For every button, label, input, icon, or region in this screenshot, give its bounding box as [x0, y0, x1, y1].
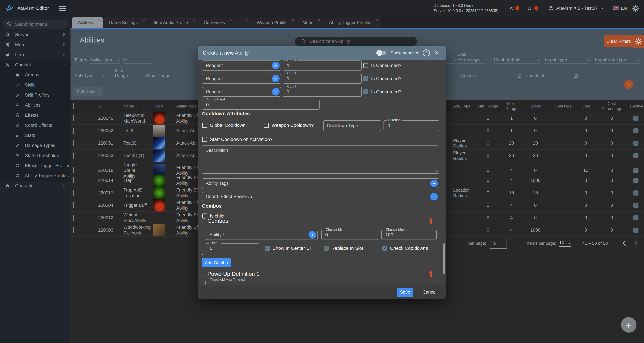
set-page-input[interactable]: 5 [490, 238, 507, 249]
ability-tags-field[interactable]: Ability Tags + [202, 178, 439, 188]
filter-combat-state[interactable]: Combat State▾ [494, 55, 540, 64]
filter-max-range-operator[interactable]: =▾ [139, 71, 147, 80]
is-active-checkbox[interactable] [634, 215, 638, 220]
filter-update-at[interactable]: Update at [525, 71, 578, 80]
description-textarea[interactable]: Description [202, 145, 439, 174]
save-button[interactable]: Save [396, 288, 414, 297]
is-consumed-checkbox[interactable] [363, 76, 368, 81]
add-combo-ability-button[interactable]: + [308, 231, 316, 239]
tab-ability-trigger-profiles[interactable]: Ability Trigger Profiles× [324, 17, 381, 28]
is-active-checkbox[interactable] [634, 190, 638, 196]
help-icon[interactable]: ? [423, 49, 430, 57]
show-popover-toggle[interactable] [377, 51, 386, 55]
threshold-max-time-field[interactable]: Threshold Max Time (s) [206, 280, 436, 285]
language-select[interactable]: EN [610, 6, 632, 11]
close-icon[interactable]: × [376, 18, 379, 23]
col-header-cost-percentage[interactable]: Cost Percentage [596, 101, 628, 111]
filter-ability-type[interactable]: Ability Type▾ [90, 55, 120, 64]
global-cooldown-checkbox[interactable] [202, 123, 207, 128]
reagent-field[interactable]: Reagent + [202, 61, 281, 71]
filter-aoe-type[interactable]: AoE Type▾ [75, 71, 104, 80]
sidebar-item-server[interactable]: Server [0, 30, 70, 40]
filter-skill[interactable]: Skill [122, 55, 152, 64]
table-settings-button[interactable] [633, 35, 644, 48]
server-select-menu[interactable]: Atavism X.9 - Test07 [542, 5, 610, 11]
sidebar-item-stats-thresholds[interactable]: Stats Thresholds [0, 151, 70, 161]
start-cooldown-checkbox[interactable] [202, 137, 207, 142]
is-active-checkbox[interactable] [634, 168, 638, 173]
add-ability-tag-button[interactable]: + [430, 180, 438, 187]
sidebar-item-item[interactable]: Item [0, 50, 70, 60]
sidebar-item-ability-trigger-profiles[interactable]: Ability Trigger Profiles [0, 171, 70, 181]
col-header-id[interactable]: ID [91, 104, 118, 109]
coord-effect-powerup-field[interactable]: Coord. Effect PowerUp + [202, 192, 439, 201]
add-reagent-button[interactable]: + [272, 88, 280, 96]
close-icon[interactable]: × [246, 18, 248, 23]
select-all-checkbox[interactable] [73, 103, 74, 109]
row-checkbox[interactable] [73, 190, 74, 196]
replace-in-slot-checkbox[interactable] [324, 246, 329, 251]
cooldown-type-field[interactable]: Cooldown Type [323, 120, 381, 131]
row-checkbox[interactable] [73, 202, 74, 208]
previous-page-button[interactable] [622, 240, 626, 246]
col-header-aoe-type[interactable]: AoE Type [452, 104, 477, 109]
sidebar-item-combat[interactable]: Combat [0, 60, 70, 70]
combo-ability-field[interactable]: Ability * + [206, 230, 318, 240]
is-active-checkbox[interactable] [634, 116, 638, 121]
row-checkbox[interactable] [73, 167, 74, 173]
delete-powerup-button[interactable] [427, 271, 435, 277]
row-checkbox[interactable] [73, 153, 74, 159]
check-cooldowns-checkbox[interactable] [382, 246, 387, 251]
menu-icon[interactable] [59, 6, 66, 11]
col-header-name[interactable]: Name↑ [118, 104, 147, 109]
weapon-cooldown-option[interactable]: Weapon Cooldown? [264, 123, 314, 128]
tab-currencies[interactable]: Currencies× [198, 17, 235, 28]
cancel-button[interactable]: Cancel [422, 289, 436, 295]
close-icon[interactable]: × [434, 49, 439, 57]
is-consumed-checkbox[interactable] [363, 89, 368, 94]
global-cooldown-option[interactable]: Global Cooldown? [202, 123, 248, 128]
chance-max-field[interactable]: Chance Max *100 [381, 230, 437, 240]
sidebar-item-mob[interactable]: Mob [0, 40, 70, 50]
filter-cost-pct-operator[interactable]: ▾ [445, 55, 455, 64]
col-header-is-active[interactable]: Is Active [628, 104, 644, 109]
reagent-field[interactable]: Reagent + [202, 87, 281, 97]
is-consumed-checkbox[interactable] [363, 63, 368, 68]
add-combo-button[interactable]: Add Combo [202, 258, 230, 267]
duration-field[interactable]: Duration0 [384, 120, 439, 131]
next-page-button[interactable] [634, 240, 638, 246]
col-header-cost-type[interactable]: Cost type [547, 104, 576, 109]
items-per-page-select[interactable]: 10▾ [559, 240, 571, 247]
close-icon[interactable]: × [230, 18, 232, 23]
col-header-max-range[interactable]: Max. Range [499, 101, 524, 111]
scroll-down-button[interactable] [624, 80, 633, 89]
sidebar-item-skills[interactable]: Skills [0, 80, 70, 90]
filter-max-range[interactable]: Max. Range [147, 71, 197, 80]
add-ability-button[interactable]: + [621, 317, 636, 332]
reagent-field[interactable]: Reagent + [202, 74, 281, 84]
sidebar-item-arenas[interactable]: Arenas [0, 70, 70, 80]
is-active-checkbox[interactable] [634, 178, 638, 183]
is-active-checkbox[interactable] [634, 203, 638, 208]
col-header-speed[interactable]: Speed [524, 104, 547, 109]
count-field[interactable]: Count1 [283, 87, 362, 97]
is-active-checkbox[interactable] [634, 228, 638, 233]
bulk-actions-button[interactable]: Bulk Actions [73, 87, 103, 96]
col-header-icon[interactable]: Icon [147, 104, 171, 109]
tab-items[interactable]: × [235, 17, 250, 28]
row-checkbox[interactable] [73, 140, 74, 146]
sidebar-item-effects-trigger-profiles[interactable]: Effects Trigger Profiles [0, 161, 70, 171]
filter-target-sub-type[interactable]: Target Sub Type▾ [594, 55, 640, 64]
sidebar-item-damage-types[interactable]: Damage Types [0, 140, 70, 151]
count-field[interactable]: Count1 [283, 61, 362, 71]
replace-in-slot-option[interactable]: Replace In Slot [324, 246, 363, 251]
sidebar-search-input[interactable]: Search for menu [3, 20, 68, 29]
check-cooldowns-option[interactable]: Check Cooldowns [382, 246, 428, 251]
add-reagent-button[interactable]: + [272, 62, 280, 69]
show-in-center-ui-option[interactable]: Show In Center Ui [265, 246, 311, 251]
col-header-min-range[interactable]: Min. Range [477, 104, 499, 109]
tab-weapon-profile[interactable]: Weapon Profile× [251, 17, 296, 28]
close-icon[interactable]: × [193, 18, 195, 23]
table-search-input[interactable]: Search for an Ability [295, 37, 417, 46]
filter-cost-percentage[interactable]: Cost Percentage [457, 55, 486, 64]
